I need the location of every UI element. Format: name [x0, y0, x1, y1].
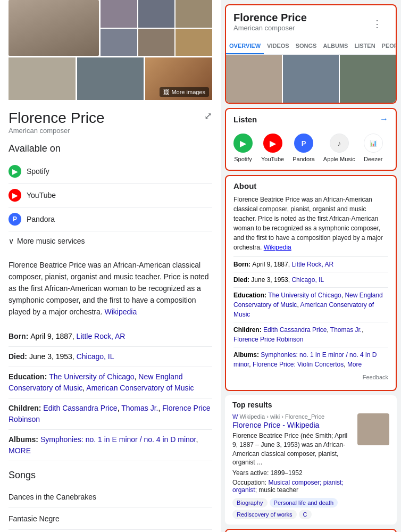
- about-died: Died: June 3, 1953, Chicago, IL: [233, 272, 388, 287]
- wiki-years-active: Years active: 1899–1952: [232, 469, 352, 477]
- born-value: April 9, 1887,: [30, 332, 74, 340]
- about-card-content: About Florence Beatrice Price was an Afr…: [226, 176, 396, 390]
- right-panel: Florence Price American composer ⋮ OVERV…: [221, 0, 401, 532]
- years-active-value: 1899–1952: [271, 469, 303, 477]
- available-on-header: Available on: [9, 143, 212, 154]
- years-active-label: Years active:: [232, 469, 269, 477]
- died-label: Died:: [9, 352, 29, 361]
- born-label: Born:: [9, 332, 30, 340]
- listen-card: Listen → ▶ Spotify ▶ YouTube P Pandora: [225, 108, 397, 171]
- about-born-link[interactable]: Little Rock, AR: [291, 261, 333, 268]
- listen-deezer-icon: 📊: [364, 134, 383, 153]
- spotify-label: Spotify: [27, 167, 49, 176]
- wiki-title-link[interactable]: Florence Price - Wikipedia: [232, 421, 352, 429]
- died-location-link[interactable]: Chicago, IL: [77, 352, 114, 361]
- youtube-service[interactable]: ▶ YouTube: [9, 184, 212, 207]
- born-location-link[interactable]: Little Rock, AR: [77, 332, 126, 340]
- more-services-button[interactable]: ∨ More music services: [9, 231, 212, 251]
- more-images-button[interactable]: 🖼 More images: [160, 87, 209, 97]
- wiki-tag-rediscovery[interactable]: Rediscovery of works: [232, 510, 297, 519]
- photo-bottom-2: [77, 57, 144, 100]
- song-item-1[interactable]: Dances in the Canebrakes: [9, 486, 212, 508]
- kp-tabs: OVERVIEW VIDEOS SONGS ALBUMS LISTEN PEOP…: [226, 38, 396, 55]
- about-description: Florence Beatrice Price was an African-A…: [233, 195, 388, 252]
- left-panel: 🖼 More images Florence Price ⤢ American …: [0, 0, 221, 532]
- about-albums-more[interactable]: More: [347, 361, 362, 368]
- more-images-label: More images: [171, 89, 205, 95]
- kp-tab-listen[interactable]: LISTEN: [351, 38, 378, 54]
- artist-description: Florence Beatrice Price was an African-A…: [9, 259, 212, 318]
- albums-more-link[interactable]: MORE: [9, 446, 31, 455]
- song-item-3[interactable]: Song To The Dark Virgin: [9, 530, 212, 532]
- kp-image-1: [226, 55, 282, 103]
- kp-images: [226, 55, 396, 103]
- listen-deezer[interactable]: 📊 Deezer: [364, 134, 383, 162]
- top-results-section: Top results W Wikipedia › wiki › Florenc…: [225, 395, 397, 525]
- kp-header-card: Florence Price American composer ⋮ OVERV…: [225, 4, 397, 104]
- children-label: Children:: [9, 404, 43, 412]
- listen-pandora[interactable]: P Pandora: [293, 134, 315, 162]
- about-wiki-link[interactable]: Wikipedia: [264, 244, 291, 251]
- child-link-2[interactable]: Thomas Jr.: [121, 404, 158, 412]
- about-albums-link-2[interactable]: Florence Price: Violin Concertos: [253, 361, 344, 368]
- education-link-3[interactable]: American Conservatory of Music: [86, 384, 194, 392]
- about-edu-link-1[interactable]: The University of Chicago: [268, 292, 341, 299]
- listen-spotify-label: Spotify: [234, 156, 252, 162]
- wikipedia-link[interactable]: Wikipedia: [105, 307, 137, 316]
- listen-youtube[interactable]: ▶ YouTube: [261, 134, 284, 162]
- artist-name: Florence Price: [9, 110, 105, 127]
- song-title-2: Fantasie Negre: [9, 514, 60, 523]
- listen-header-label: Listen: [233, 115, 257, 124]
- kp-tab-songs[interactable]: SONGS: [293, 38, 320, 54]
- photo-thumb-5: [138, 29, 175, 56]
- kp-tab-overview[interactable]: OVERVIEW: [226, 38, 264, 54]
- kp-tab-albums[interactable]: ALBUMS: [320, 38, 351, 54]
- born-fact: Born: April 9, 1887, Little Rock, AR: [9, 327, 212, 347]
- kp-artist-subtitle: American composer: [233, 24, 307, 32]
- about-child-link-1[interactable]: Edith Cassandra Price: [263, 326, 327, 334]
- image-icon: 🖼: [163, 89, 169, 95]
- education-link-1[interactable]: The University of Chicago: [49, 372, 134, 381]
- education-fact: Education: The University of Chicago, Ne…: [9, 367, 212, 398]
- wiki-tag-biography[interactable]: Biography: [232, 498, 268, 508]
- listen-arrow-icon[interactable]: →: [380, 114, 388, 124]
- pandora-service[interactable]: P Pandora: [9, 207, 212, 231]
- listen-youtube-icon: ▶: [263, 134, 282, 153]
- share-button[interactable]: ⤢: [204, 110, 212, 122]
- pandora-icon: P: [9, 213, 21, 226]
- about-education: Education: The University of Chicago, Ne…: [233, 287, 388, 322]
- image-grid-bottom: 🖼 More images: [9, 57, 212, 100]
- about-died-link[interactable]: Chicago, IL: [291, 276, 324, 284]
- albums-fact: Albums: Symphonies: no. 1 in E minor / n…: [9, 430, 212, 461]
- kp-tab-people[interactable]: PEOPLE ALSO S: [379, 38, 396, 54]
- listen-apple[interactable]: ♪ Apple Music: [323, 134, 355, 162]
- listen-spotify[interactable]: ▶ Spotify: [233, 134, 253, 162]
- about-child-link-3[interactable]: Florence Price Robinson: [233, 336, 303, 343]
- listen-card-header: Listen →: [226, 109, 396, 129]
- artist-title-row: Florence Price ⤢: [9, 105, 212, 127]
- albums-link[interactable]: Symphonies: no. 1 in E minor / no. 4 in …: [40, 435, 196, 444]
- kp-image-3: [340, 55, 396, 103]
- main-photo: [9, 0, 99, 56]
- youtube-icon: ▶: [9, 189, 21, 202]
- song-item-2[interactable]: Fantasie Negre: [9, 508, 212, 530]
- songs-section: Songs Dances in the Canebrakes Fantasie …: [9, 470, 212, 532]
- listen-apple-icon: ♪: [330, 134, 349, 153]
- wiki-thumbnail: [357, 413, 389, 445]
- listen-pandora-label: Pandora: [293, 156, 315, 162]
- about-child-link-2[interactable]: Thomas Jr.: [330, 326, 362, 334]
- photo-bottom-3: 🖼 More images: [145, 57, 212, 100]
- photo-thumb-3: [176, 0, 212, 28]
- top-results-title: Top results: [232, 401, 389, 409]
- wiki-source: W Wikipedia › wiki › Florence_Price: [232, 413, 352, 420]
- kp-artist-name: Florence Price: [233, 12, 307, 24]
- listen-pandora-icon: P: [294, 134, 313, 153]
- wiki-tags: Biography Personal life and death Redisc…: [232, 498, 389, 519]
- kp-menu-button[interactable]: ⋮: [366, 12, 388, 36]
- kp-tab-videos[interactable]: VIDEOS: [264, 38, 293, 54]
- sub-photo-grid: [101, 0, 212, 56]
- wiki-tag-c[interactable]: C: [299, 510, 312, 519]
- child-link-1[interactable]: Edith Cassandra Price: [43, 404, 117, 412]
- spotify-service[interactable]: ▶ Spotify: [9, 160, 212, 184]
- wiki-tag-personal-life[interactable]: Personal life and death: [270, 498, 338, 508]
